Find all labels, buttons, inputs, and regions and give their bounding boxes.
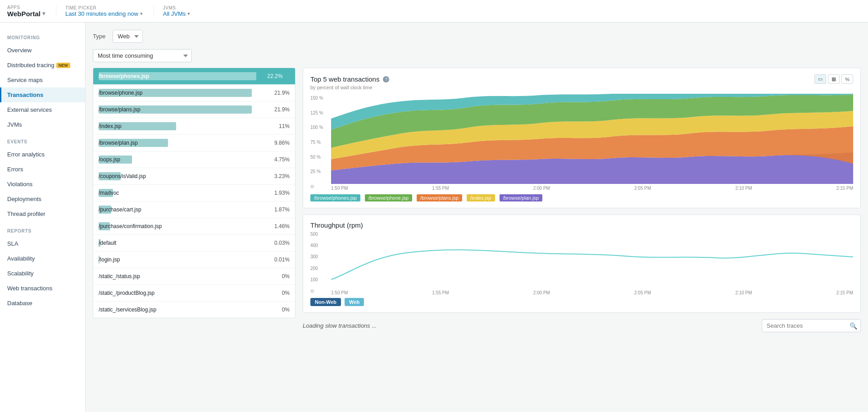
sidebar-item-deployments[interactable]: Deployments (0, 192, 85, 206)
sidebar-item-transactions[interactable]: Transactions (0, 87, 85, 102)
sidebar-item-errors[interactable]: Errors (0, 162, 85, 177)
table-row[interactable]: /madvoc1.93% (93, 185, 295, 201)
x-label: 1:50 PM (331, 186, 348, 191)
area-chart-btn[interactable]: ▭ (814, 74, 826, 84)
search-icon: 🔍 (850, 322, 857, 330)
x-label: 2:15 PM (836, 186, 853, 191)
sidebar-item-overview[interactable]: Overview (0, 43, 85, 58)
table-row[interactable]: /index.jsp11% (93, 118, 295, 135)
tx-bar-container: /default (99, 238, 264, 248)
search-wrapper: 🔍 (762, 319, 861, 332)
time-picker-chevron-icon: ▾ (140, 11, 143, 17)
tx-bar-container: /browse/phone.jsp (99, 88, 264, 98)
tx-percent: 0% (268, 290, 290, 296)
table-row[interactable]: /browse/phones.jsp22.2%··· (93, 68, 295, 85)
tx-name: /oops.jsp (99, 156, 120, 163)
tx-bar-container: /login.jsp (99, 255, 264, 265)
tx-percent: 1.46% (268, 223, 290, 229)
type-select[interactable]: Web (113, 30, 143, 43)
throughput-chart-svg-area: 1:50 PM1:55 PM2:00 PM2:05 PM2:10 PM2:15 … (331, 230, 853, 295)
top5-chart-with-yaxis: 150 % 125 % 100 % 75 % 50 % 25 % ⊙ (310, 94, 853, 191)
x-label: 2:05 PM (634, 186, 651, 191)
sidebar-item-database[interactable]: Database (0, 296, 85, 311)
jvms-label: JVMS (163, 5, 191, 10)
topbar: APPS WebPortal ▾ TIME PICKER Last 30 min… (0, 0, 868, 23)
legend-item: /browse/phones.jsp (310, 194, 360, 201)
table-row[interactable]: /purchase/cart.jsp1.87% (93, 201, 295, 218)
time-picker-value[interactable]: Last 30 minutes ending now ▾ (65, 10, 143, 17)
table-row[interactable]: /static_/servicesBlog.jsp0% (93, 302, 295, 318)
throughput-x-axis: 1:50 PM1:55 PM2:00 PM2:05 PM2:10 PM2:15 … (331, 290, 853, 295)
table-row[interactable]: /static_/productBlog.jsp0% (93, 285, 295, 302)
sidebar-item-web-transactions[interactable]: Web transactions (0, 281, 85, 296)
table-row[interactable]: /default0.03% (93, 235, 295, 252)
x-label: 2:00 PM (533, 290, 550, 295)
sidebar-item-thread-profiler[interactable]: Thread profiler (0, 206, 85, 221)
x-label: 2:05 PM (634, 290, 651, 295)
main-layout: MONITORING OverviewDistributed tracingNe… (0, 23, 868, 412)
transactions-panel: /browse/phones.jsp22.2%···/browse/phone.… (93, 68, 295, 332)
top5-chart-title: Top 5 web transactions (310, 75, 379, 83)
tx-percent: 0.03% (268, 240, 290, 246)
top5-y-axis: 150 % 125 % 100 % 75 % 50 % 25 % ⊙ (310, 94, 327, 191)
sidebar-item-jvms[interactable]: JVMs (0, 117, 85, 132)
sidebar: MONITORING OverviewDistributed tracingNe… (0, 23, 86, 412)
table-row[interactable]: /browse/plans.jsp21.9% (93, 101, 295, 118)
percent-chart-btn[interactable]: % (841, 74, 853, 84)
monitoring-section-title: MONITORING (0, 28, 85, 43)
search-traces-input[interactable] (762, 319, 861, 332)
table-row[interactable]: /coupons/isValid.jsp3.23% (93, 168, 295, 185)
sidebar-item-sla[interactable]: SLA (0, 236, 85, 251)
line-legend-item-web: Web (345, 298, 364, 306)
x-label: 2:10 PM (735, 186, 752, 191)
top5-chart-card: Top 5 web transactions ? ▭ ▦ % by percen… (303, 68, 861, 208)
tx-bar-container: /static_/status.jsp (99, 271, 264, 281)
sidebar-item-distributed-tracing[interactable]: Distributed tracingNew (0, 58, 85, 73)
tx-name: /purchase/cart.jsp (99, 206, 141, 213)
x-label: 1:50 PM (331, 290, 348, 295)
table-row[interactable]: /browse/plan.jsp9.86% (93, 135, 295, 151)
content-area: Type Web Most time consuming /browse/pho… (86, 23, 868, 412)
table-row[interactable]: /browse/phone.jsp21.9% (93, 85, 295, 101)
top5-chart-svg-area: 1:50 PM1:55 PM2:00 PM2:05 PM2:10 PM2:15 … (331, 94, 853, 191)
tx-name: /static_/productBlog.jsp (99, 290, 155, 296)
legend-item: /browse/plan.jsp (500, 194, 543, 201)
reports-section-title: REPORTS (0, 221, 85, 236)
sort-select[interactable]: Most time consuming (93, 49, 192, 62)
table-row[interactable]: /login.jsp0.01% (93, 252, 295, 268)
top5-title-row: Top 5 web transactions ? ▭ ▦ % (310, 74, 853, 84)
y-label-1: 25 % (310, 169, 327, 174)
sidebar-item-violations[interactable]: Violations (0, 177, 85, 192)
x-label: 2:00 PM (533, 186, 550, 191)
tx-bar-container: /browse/plans.jsp (99, 105, 264, 114)
top5-x-axis: 1:50 PM1:55 PM2:00 PM2:05 PM2:10 PM2:15 … (331, 186, 853, 191)
jvms-value[interactable]: All JVMs ▾ (163, 10, 191, 17)
tx-name: /coupons/isValid.jsp (99, 173, 146, 179)
x-label: 2:10 PM (735, 290, 752, 295)
legend-item: /browse/phone.jsp (365, 194, 412, 201)
table-row[interactable]: /purchase/confirmation.jsp1.46% (93, 218, 295, 235)
app-name[interactable]: WebPortal ▾ (7, 10, 45, 18)
tx-bar-container: /oops.jsp (99, 155, 264, 165)
sidebar-item-scalability[interactable]: Scalability (0, 266, 85, 281)
two-col-layout: /browse/phones.jsp22.2%···/browse/phone.… (93, 68, 861, 332)
type-label: Type (93, 33, 105, 40)
loading-text: Loading slow transactions ... (303, 322, 377, 329)
time-picker-text: Last 30 minutes ending now (65, 10, 138, 17)
top5-help-icon[interactable]: ? (383, 76, 389, 82)
sidebar-item-error-analytics[interactable]: Error analytics (0, 147, 85, 162)
legend-item: /browse/plans.jsp (417, 194, 462, 201)
sidebar-item-service-maps[interactable]: Service maps (0, 73, 85, 87)
sidebar-item-availability[interactable]: Availability (0, 251, 85, 266)
tx-percent: 0% (268, 307, 290, 313)
tx-percent: 21.9% (268, 90, 290, 96)
tx-name: /purchase/confirmation.jsp (99, 223, 162, 229)
table-row[interactable]: /oops.jsp4.75% (93, 151, 295, 168)
x-label: 2:15 PM (836, 290, 853, 295)
tx-name: /static_/servicesBlog.jsp (99, 307, 156, 313)
table-row[interactable]: /static_/status.jsp0% (93, 268, 295, 285)
new-badge-distributed-tracing: New (56, 63, 70, 68)
bar-chart-btn[interactable]: ▦ (828, 74, 840, 84)
sidebar-item-external-services[interactable]: External services (0, 102, 85, 117)
tx-percent: 1.87% (268, 206, 290, 213)
